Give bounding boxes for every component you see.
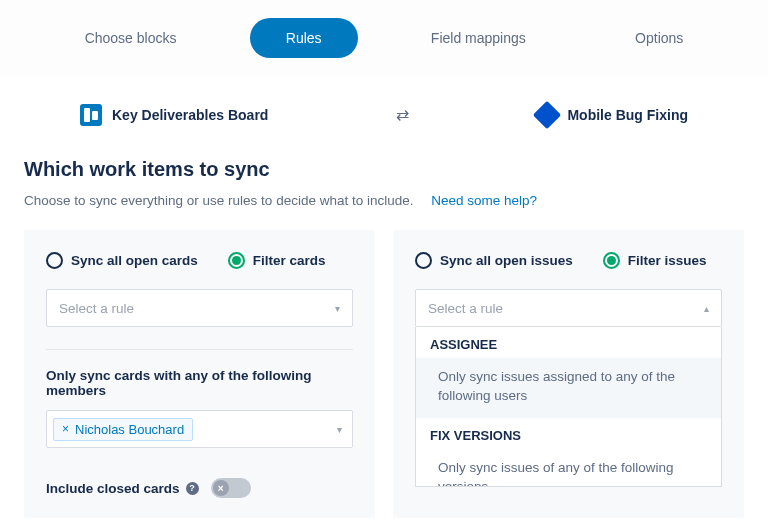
member-tag-label: Nicholas Bouchard bbox=[75, 422, 184, 437]
rule-select-right[interactable]: Select a rule ▴ bbox=[415, 289, 722, 327]
jira-icon bbox=[533, 101, 561, 129]
chevron-up-icon: ▴ bbox=[704, 303, 709, 314]
chevron-down-icon: ▾ bbox=[335, 303, 340, 314]
radio-sync-all-issues[interactable]: Sync all open issues bbox=[415, 252, 573, 269]
left-panel: Sync all open cards Filter cards Select … bbox=[24, 230, 375, 518]
connector-left-label: Key Deliverables Board bbox=[112, 107, 268, 123]
connector-right-label: Mobile Bug Fixing bbox=[567, 107, 688, 123]
rule-select-left[interactable]: Select a rule ▾ bbox=[46, 289, 353, 327]
toggle-label: Include closed cards bbox=[46, 481, 180, 496]
connector-left: Key Deliverables Board bbox=[80, 104, 268, 126]
connector-right: Mobile Bug Fixing bbox=[537, 105, 688, 125]
page-title: Which work items to sync bbox=[24, 158, 744, 181]
dropdown-group-assignee: ASSIGNEE bbox=[416, 327, 721, 358]
tab-options[interactable]: Options bbox=[599, 18, 719, 58]
connectors-row: Key Deliverables Board ⇄ Mobile Bug Fixi… bbox=[0, 76, 768, 158]
radio-label: Filter cards bbox=[253, 253, 326, 268]
select-placeholder: Select a rule bbox=[59, 301, 134, 316]
toggle-knob: × bbox=[213, 480, 229, 496]
help-link[interactable]: Need some help? bbox=[431, 193, 537, 208]
remove-tag-icon[interactable]: × bbox=[62, 422, 69, 436]
trello-icon bbox=[80, 104, 102, 126]
radio-icon bbox=[46, 252, 63, 269]
select-placeholder: Select a rule bbox=[428, 301, 503, 316]
page-subtitle: Choose to sync everything or use rules t… bbox=[24, 193, 744, 208]
radio-label: Filter issues bbox=[628, 253, 707, 268]
divider bbox=[46, 349, 353, 350]
include-closed-toggle[interactable]: × bbox=[211, 478, 251, 498]
member-filter-label: Only sync cards with any of the followin… bbox=[46, 368, 353, 398]
member-select[interactable]: × Nicholas Bouchard ▾ bbox=[46, 410, 353, 448]
tabs-bar: Choose blocks Rules Field mappings Optio… bbox=[0, 0, 768, 76]
radio-label: Sync all open issues bbox=[440, 253, 573, 268]
radio-icon bbox=[603, 252, 620, 269]
help-icon[interactable]: ? bbox=[186, 482, 199, 495]
radio-label: Sync all open cards bbox=[71, 253, 198, 268]
chevron-down-icon: ▾ bbox=[337, 424, 342, 435]
radio-icon bbox=[228, 252, 245, 269]
rule-dropdown: ASSIGNEE Only sync issues assigned to an… bbox=[415, 327, 722, 487]
dropdown-item-assignee[interactable]: Only sync issues assigned to any of the … bbox=[416, 358, 721, 418]
radio-icon bbox=[415, 252, 432, 269]
member-tag: × Nicholas Bouchard bbox=[53, 418, 193, 441]
radio-filter-cards[interactable]: Filter cards bbox=[228, 252, 326, 269]
tab-field-mappings[interactable]: Field mappings bbox=[395, 18, 562, 58]
dropdown-group-fixversions: FIX VERSIONS bbox=[416, 418, 721, 449]
radio-filter-issues[interactable]: Filter issues bbox=[603, 252, 707, 269]
right-panel: Sync all open issues Filter issues Selec… bbox=[393, 230, 744, 518]
tab-rules[interactable]: Rules bbox=[250, 18, 358, 58]
dropdown-item-fixversions[interactable]: Only sync issues of any of the following… bbox=[416, 449, 721, 487]
swap-icon: ⇄ bbox=[396, 107, 409, 123]
radio-sync-all-cards[interactable]: Sync all open cards bbox=[46, 252, 198, 269]
tab-choose-blocks[interactable]: Choose blocks bbox=[49, 18, 213, 58]
